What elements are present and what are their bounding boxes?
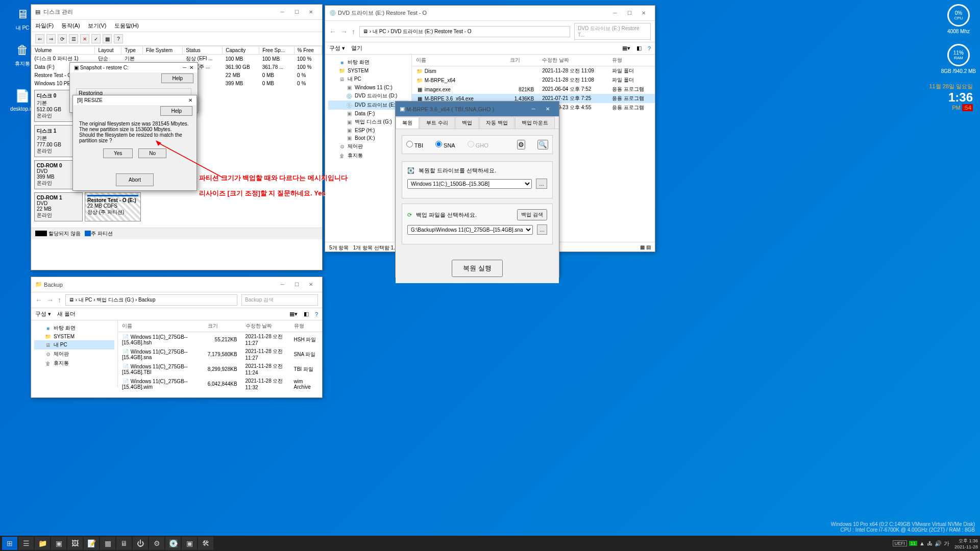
volume-icon[interactable]: 🔊: [935, 540, 942, 547]
file-row[interactable]: ▦ imagex.exe821KB2021-06-04 오후 7:52응용 프로…: [412, 85, 655, 94]
address-bar[interactable]: 🖥 › 내 PC › DVD 드라이브 (E:) Restore Test - …: [359, 26, 570, 37]
tool-x[interactable]: ✕: [80, 34, 89, 43]
maximize-button[interactable]: ☐: [289, 280, 304, 290]
tree-item[interactable]: ■ 바탕 화면: [328, 58, 408, 67]
file-row[interactable]: 📄 Windows 11(C)_275GB--[15.4GB].sna7,179…: [118, 347, 322, 362]
restore-partition[interactable]: Restore Test - O (E:)22 MB CDFS정상 (주 파티션…: [85, 192, 141, 221]
file-row[interactable]: 📄 Windows 11(C)_275GB--[15.4GB].wim6,042…: [118, 377, 322, 391]
help-icon[interactable]: ?: [648, 45, 651, 52]
help-icon[interactable]: ?: [315, 311, 318, 317]
network-icon[interactable]: 🖧: [927, 540, 933, 546]
restore-run-button[interactable]: 복원 실행: [452, 260, 503, 277]
view-icon[interactable]: ▦▾: [289, 311, 298, 317]
taskbar-item[interactable]: 🖼: [67, 537, 83, 550]
menu-action[interactable]: 동작(A): [61, 22, 80, 29]
tool-refresh[interactable]: ⟳: [58, 34, 67, 43]
close-button[interactable]: ✕: [304, 280, 318, 290]
minimize-button[interactable]: ─: [526, 104, 541, 114]
organize-menu[interactable]: 구성 ▾: [35, 310, 51, 318]
start-button[interactable]: ⊞: [2, 537, 17, 550]
tree-item[interactable]: ■ 바탕 화면: [34, 323, 114, 333]
abort-button[interactable]: Abort: [116, 173, 154, 186]
tree-item[interactable]: 🖥 내 PC: [328, 74, 408, 84]
help-button[interactable]: Help: [161, 73, 193, 83]
search-backup[interactable]: 백업 검색: [517, 209, 547, 220]
minimize-button[interactable]: ─: [275, 280, 289, 290]
yes-button[interactable]: Yes: [103, 148, 133, 158]
taskbar-item[interactable]: ▣: [182, 537, 197, 550]
tree-item[interactable]: 🖥 내 PC: [34, 340, 114, 349]
close-icon[interactable]: ✕: [188, 97, 192, 103]
tool-help[interactable]: ?: [114, 34, 123, 43]
taskbar-item[interactable]: 📁: [35, 537, 50, 550]
help-button[interactable]: Help: [160, 106, 192, 116]
taskbar-item[interactable]: ⚙: [149, 537, 164, 550]
dm-titlebar[interactable]: ▤ 디스크 관리 ─ ☐ ✕: [31, 5, 322, 20]
forward-button[interactable]: →: [46, 296, 54, 304]
file-list[interactable]: 이름크기수정한 날짜유형 📄 Windows 11(C)_275GB--[15.…: [118, 320, 322, 387]
taskbar-item[interactable]: ▣: [51, 537, 66, 550]
taskbar-item[interactable]: ⏻: [133, 537, 148, 550]
tool-list[interactable]: ▦: [103, 34, 112, 43]
tool-check[interactable]: ✓: [91, 34, 101, 43]
file-select[interactable]: G:\Backup\Windows 11(C)_275GB--[15.4GB].…: [407, 225, 533, 235]
min-icon[interactable]: ─: [183, 65, 186, 70]
radio-gho[interactable]: GHO: [468, 141, 488, 148]
tab-auto[interactable]: 자동 백업: [479, 117, 514, 129]
file-row[interactable]: 📄 Windows 11(C)_275GB--[15.4GB].hsh55,21…: [118, 332, 322, 347]
up-button[interactable]: ↑: [58, 296, 61, 304]
tool-back[interactable]: ⇐: [35, 34, 44, 43]
cdrom1-info[interactable]: CD-ROM 1DVD22 MB온라인: [34, 192, 83, 221]
taskbar-item[interactable]: 🖥: [116, 537, 132, 550]
forward-button[interactable]: →: [340, 28, 348, 36]
close-button[interactable]: ✕: [636, 8, 651, 18]
maximize-button[interactable]: ☐: [289, 7, 304, 17]
file-row[interactable]: 📁 Dism2021-11-28 오전 11:09파일 폴더: [412, 66, 655, 76]
tab-mount[interactable]: 백업 마운트: [515, 117, 555, 129]
back-button[interactable]: ←: [329, 28, 336, 36]
tab-restore[interactable]: 복원: [396, 117, 419, 129]
tool-fwd[interactable]: ⇒: [46, 34, 56, 43]
taskbar-item[interactable]: ▦: [100, 537, 115, 550]
lang-icon[interactable]: 가: [944, 540, 949, 547]
maximize-button[interactable]: ☐: [622, 8, 636, 18]
tree-item[interactable]: ⚙ 제어판: [34, 349, 114, 359]
config-button[interactable]: ⚙: [517, 140, 525, 149]
nav-tree[interactable]: ■ 바탕 화면📁 SYSTEM🖥 내 PC⚙ 제어판🗑 휴지통: [31, 320, 118, 387]
open-button[interactable]: 열기: [351, 44, 362, 52]
minimize-button[interactable]: ─: [608, 8, 622, 18]
pane-icon[interactable]: ◧: [636, 45, 642, 52]
close-icon[interactable]: ✕: [189, 65, 193, 70]
tree-item[interactable]: ▣ Windows 11 (C:): [328, 84, 408, 91]
volume-row[interactable]: (디스크 0 파티션 1)단순기본정상 (EFI ...100 MB100 MB…: [32, 55, 322, 63]
tab-backup[interactable]: 백업: [455, 117, 479, 129]
taskbar-item[interactable]: 💽: [165, 537, 181, 550]
minimize-button[interactable]: ─: [275, 7, 289, 17]
tree-item[interactable]: 📁 SYSTEM: [34, 333, 114, 340]
radio-tbi[interactable]: TBI: [406, 141, 423, 148]
address-bar[interactable]: 🖥 › 내 PC › 백업 디스크 (G:) › Backup: [65, 294, 237, 306]
taskbar-item[interactable]: 🛠: [198, 537, 213, 550]
no-button[interactable]: No: [138, 148, 166, 158]
new-folder[interactable]: 새 폴더: [57, 310, 76, 318]
close-button[interactable]: ✕: [304, 7, 318, 17]
menu-file[interactable]: 파일(F): [35, 22, 54, 29]
tree-item[interactable]: 📁 SYSTEM: [328, 67, 408, 74]
search-input[interactable]: DVD 드라이브 (E:) Restore T...: [574, 23, 651, 40]
drive-select[interactable]: Windows 11(C:)_150GB--[15.3GB]: [407, 179, 532, 189]
close-button[interactable]: ✕: [541, 104, 555, 114]
file-row[interactable]: 📁 M-BRPE_x642021-11-28 오전 11:08파일 폴더: [412, 76, 655, 85]
menu-help[interactable]: 도움말(H): [114, 22, 139, 29]
view-icon[interactable]: ▦▾: [622, 45, 630, 52]
search-button[interactable]: 🔍: [537, 140, 548, 149]
up-button[interactable]: ↑: [352, 28, 355, 36]
browse-button[interactable]: …: [537, 224, 547, 235]
organize-menu[interactable]: 구성 ▾: [329, 44, 345, 52]
radio-sna[interactable]: SNA: [435, 141, 455, 148]
tree-item[interactable]: 🗑 휴지통: [34, 359, 114, 368]
taskbar-item[interactable]: 📝: [84, 537, 99, 550]
tree-item[interactable]: 💿 DVD 드라이브 (D:): [328, 91, 408, 101]
menu-view[interactable]: 보기(V): [88, 22, 107, 29]
tray-clock[interactable]: 오후 1:362021-11-28: [954, 538, 978, 549]
search-input[interactable]: Backup 검색: [241, 294, 318, 306]
